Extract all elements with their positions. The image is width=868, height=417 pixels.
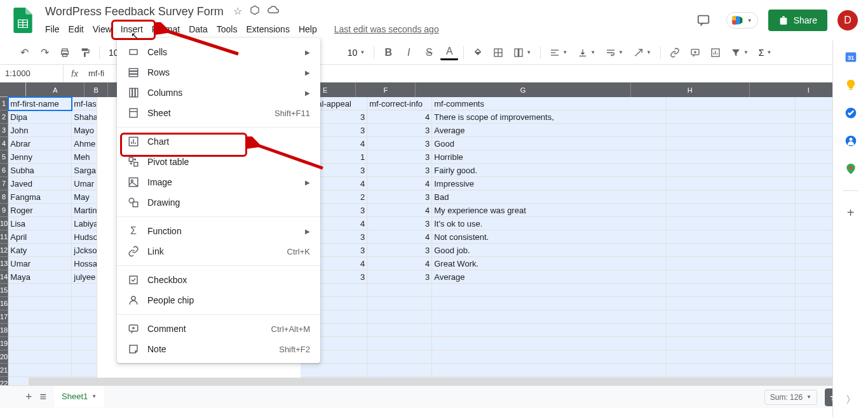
cell[interactable]: Meh	[72, 150, 97, 164]
menu-tools[interactable]: Tools	[212, 22, 242, 37]
insert-pivot[interactable]: Pivot table	[117, 152, 320, 172]
filter-button[interactable]: ▼	[727, 48, 752, 58]
text-color-button[interactable]: A	[440, 45, 458, 60]
avatar[interactable]: D	[837, 10, 858, 30]
merge-button[interactable]: ▼	[510, 48, 535, 58]
row-header[interactable]: 1	[0, 97, 8, 110]
row-header[interactable]: 21	[0, 364, 8, 377]
cell[interactable]	[367, 350, 432, 364]
insert-note[interactable]: NoteShift+F2	[117, 339, 320, 359]
cell[interactable]: Labiya	[72, 217, 97, 230]
fill-color-button[interactable]	[469, 44, 487, 62]
cell[interactable]	[667, 337, 796, 350]
comment-button[interactable]	[686, 44, 704, 62]
menu-file[interactable]: File	[41, 22, 64, 37]
cell[interactable]	[667, 310, 796, 324]
row-header[interactable]: 12	[0, 244, 8, 257]
cell[interactable]	[667, 124, 796, 137]
name-box[interactable]: 1:1000	[0, 65, 64, 82]
cell[interactable]: mf-correct-info	[367, 97, 432, 110]
col-header[interactable]: A	[26, 83, 85, 97]
cell[interactable]: Fangma	[8, 190, 72, 204]
meet-button[interactable]: ▼	[726, 12, 758, 29]
star-icon[interactable]: ☆	[233, 5, 242, 18]
tasks-icon[interactable]	[844, 107, 857, 119]
row-header[interactable]: 2	[0, 110, 8, 124]
sum-display[interactable]: Sum: 126▼	[764, 390, 817, 405]
cell[interactable]	[367, 324, 432, 337]
cell[interactable]	[367, 310, 432, 324]
cell[interactable]	[8, 324, 72, 337]
row-header[interactable]: 16	[0, 297, 8, 310]
row-header[interactable]: 8	[0, 190, 8, 204]
insert-chart-button[interactable]	[707, 44, 724, 62]
menu-view[interactable]: View	[88, 22, 116, 37]
cell[interactable]: Hudso	[72, 230, 97, 244]
row-header[interactable]: 19	[0, 337, 8, 350]
cell[interactable]: There is scope of improvements,	[432, 110, 667, 124]
undo-button[interactable]: ↶	[15, 44, 33, 62]
cell[interactable]: 3	[367, 270, 432, 284]
col-header[interactable]: F	[356, 83, 416, 97]
cell[interactable]	[667, 164, 796, 177]
cell[interactable]: mf-las	[72, 97, 97, 110]
row-header[interactable]: 22	[0, 377, 8, 385]
cell[interactable]	[667, 150, 796, 164]
row-header[interactable]: 10	[0, 217, 8, 230]
cell[interactable]	[72, 350, 97, 364]
sheet-tab[interactable]: Sheet1▼	[54, 387, 104, 407]
cell[interactable]: Bad	[432, 190, 667, 204]
cell[interactable]	[667, 177, 796, 190]
cell[interactable]	[432, 324, 667, 337]
row-header[interactable]: 14	[0, 270, 8, 284]
print-button[interactable]	[56, 44, 74, 62]
halign-button[interactable]: ▼	[546, 48, 571, 58]
insert-cells[interactable]: Cells▶	[117, 42, 320, 62]
insert-checkbox[interactable]: Checkbox	[117, 270, 320, 290]
borders-button[interactable]	[489, 44, 507, 62]
cloud-icon[interactable]	[268, 5, 279, 18]
doc-title[interactable]: WordPress Feedback Survey Form	[41, 4, 228, 20]
cell[interactable]: Maya	[8, 270, 72, 284]
cell[interactable]: Average	[432, 124, 667, 137]
cell[interactable]	[367, 284, 432, 297]
cell[interactable]	[367, 297, 432, 310]
select-all-corner[interactable]	[0, 83, 26, 97]
cell[interactable]	[667, 297, 796, 310]
contacts-icon[interactable]	[844, 135, 857, 147]
cell[interactable]: 4	[367, 257, 432, 270]
cell[interactable]: mf-first-name	[8, 97, 72, 110]
cell[interactable]	[8, 284, 72, 297]
cell[interactable]	[72, 337, 97, 350]
row-header[interactable]: 11	[0, 230, 8, 244]
functions-button[interactable]: Σ▼	[755, 48, 776, 58]
row-header[interactable]: 9	[0, 204, 8, 217]
cell[interactable]: 3	[367, 137, 432, 150]
cell[interactable]	[667, 270, 796, 284]
cell[interactable]: Subha	[8, 164, 72, 177]
cell[interactable]: Sarga	[72, 164, 97, 177]
cell[interactable]	[432, 310, 667, 324]
cell[interactable]: 4	[367, 230, 432, 244]
cell[interactable]	[432, 350, 667, 364]
cell[interactable]	[667, 257, 796, 270]
cell[interactable]: 3	[367, 244, 432, 257]
maps-icon[interactable]	[844, 162, 857, 175]
bold-button[interactable]: B	[379, 44, 397, 62]
cell[interactable]: Impressive	[432, 177, 667, 190]
insert-people-chip[interactable]: People chip	[117, 290, 320, 310]
row-header[interactable]: 18	[0, 324, 8, 337]
cell[interactable]	[72, 297, 97, 310]
cell[interactable]: 3	[367, 124, 432, 137]
cell[interactable]: 3	[367, 190, 432, 204]
insert-rows[interactable]: Rows▶	[117, 62, 320, 83]
cell[interactable]: 3	[367, 164, 432, 177]
insert-function[interactable]: ΣFunction▶	[117, 221, 320, 241]
cell[interactable]	[72, 310, 97, 324]
cell[interactable]: 3	[367, 217, 432, 230]
cell[interactable]: Martin	[72, 204, 97, 217]
cell[interactable]	[667, 284, 796, 297]
cell[interactable]: 4	[367, 177, 432, 190]
cell[interactable]	[8, 297, 72, 310]
share-button[interactable]: Share	[768, 10, 827, 31]
